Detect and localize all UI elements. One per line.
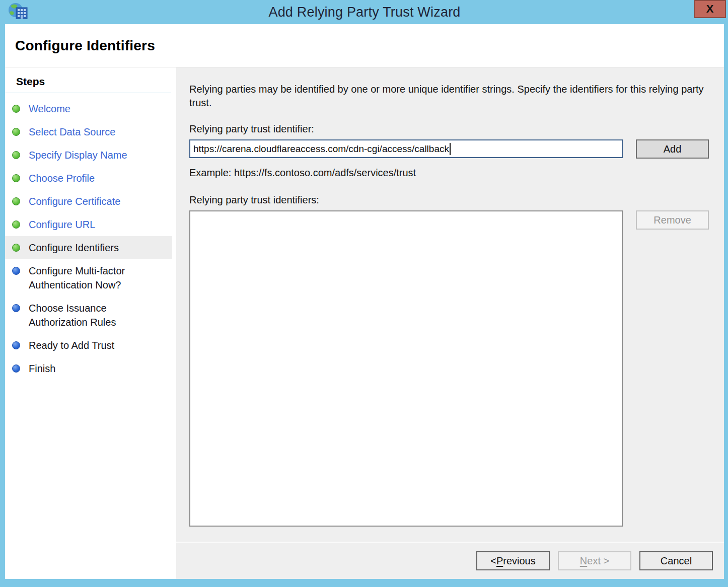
step-finish: Finish [5,357,172,380]
step-welcome[interactable]: Welcome [5,97,172,120]
step-current-bullet-icon [12,244,20,252]
page-header: Configure Identifiers [5,24,724,67]
step-configure-url[interactable]: Configure URL [5,213,172,236]
step-done-bullet-icon [12,151,20,159]
identifier-input-value: https://carena.cloudflareaccess.com/cdn-… [193,143,449,155]
page-title: Configure Identifiers [15,38,155,54]
steps-sidebar: Steps Welcome Select Data Source Specify… [5,67,172,579]
content-pane: Relying parties may be identified by one… [176,67,724,542]
identifier-field-label: Relying party trust identifier: [189,123,709,135]
remove-button[interactable]: Remove [636,210,709,230]
wizard-window: Add Relying Party Trust Wizard X Configu… [0,0,728,587]
steps-heading: Steps [5,70,172,93]
next-button[interactable]: Next > [558,551,631,570]
identifiers-list-label: Relying party trust identifiers: [189,194,709,206]
previous-button[interactable]: < Previous [476,551,550,570]
adfs-app-icon [6,2,29,24]
step-choose-profile[interactable]: Choose Profile [5,167,172,190]
titlebar[interactable]: Add Relying Party Trust Wizard X [5,0,724,24]
identifier-input[interactable]: https://carena.cloudflareaccess.com/cdn-… [189,139,623,158]
step-configure-multifactor: Configure Multi-factor Authentication No… [5,259,172,297]
step-select-data-source[interactable]: Select Data Source [5,120,172,143]
footer-bar: < Previous Next > Cancel [176,543,724,579]
step-configure-identifiers: Configure Identifiers [5,236,172,259]
steps-list: Welcome Select Data Source Specify Displ… [5,93,172,380]
identifiers-listbox[interactable] [189,210,623,527]
step-done-bullet-icon [12,105,20,113]
step-done-bullet-icon [12,128,20,136]
page-description: Relying parties may be identified by one… [189,83,704,110]
step-done-bullet-icon [12,174,20,182]
close-button[interactable]: X [694,0,726,18]
step-done-bullet-icon [12,221,20,229]
example-text: Example: https://fs.contoso.com/adfs/ser… [189,167,709,179]
step-pending-bullet-icon [12,341,20,349]
step-pending-bullet-icon [12,304,20,312]
step-ready-to-add-trust: Ready to Add Trust [5,334,172,357]
add-button[interactable]: Add [636,139,709,159]
step-configure-certificate[interactable]: Configure Certificate [5,190,172,213]
step-pending-bullet-icon [12,364,20,373]
step-done-bullet-icon [12,197,20,205]
window-title: Add Relying Party Trust Wizard [268,5,460,20]
step-specify-display-name[interactable]: Specify Display Name [5,143,172,167]
step-pending-bullet-icon [12,267,20,275]
step-choose-issuance-rules: Choose Issuance Authorization Rules [5,297,172,334]
cancel-button[interactable]: Cancel [639,551,713,570]
dialog-frame: Configure Identifiers Steps Welcome Sele… [5,24,724,579]
text-caret-icon [450,143,451,155]
sidebar-content-divider [172,67,176,579]
